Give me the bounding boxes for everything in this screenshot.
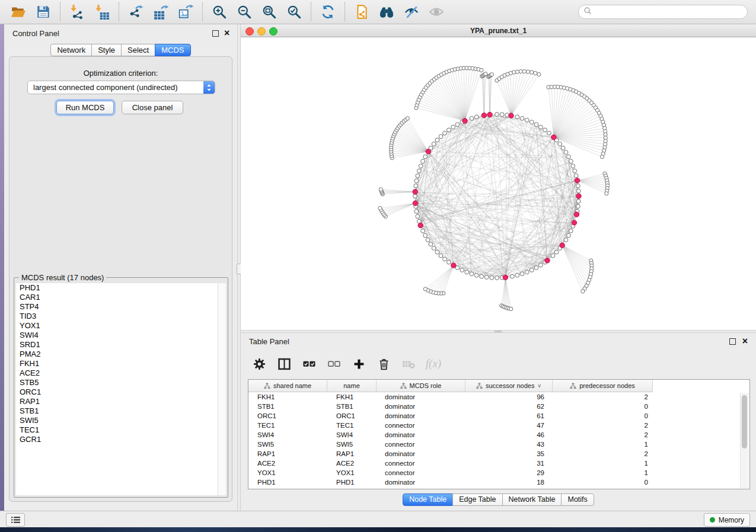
column-header-MCDS-role[interactable]: MCDS role bbox=[377, 380, 465, 392]
network-node[interactable] bbox=[554, 250, 559, 254]
close-panel-icon[interactable]: × bbox=[742, 338, 748, 345]
tab-mcds[interactable]: MCDS bbox=[155, 44, 190, 56]
network-node[interactable] bbox=[495, 276, 499, 280]
network-node[interactable] bbox=[447, 128, 451, 132]
list-item[interactable]: YOX1 bbox=[16, 321, 218, 331]
network-node[interactable] bbox=[500, 113, 504, 117]
network-node[interactable] bbox=[573, 169, 577, 173]
network-node[interactable] bbox=[547, 131, 551, 135]
list-item[interactable]: RAP1 bbox=[16, 397, 218, 406]
network-node[interactable] bbox=[443, 257, 447, 261]
run-mcds-button[interactable]: Run MCDS bbox=[56, 101, 114, 114]
hide-details-icon[interactable] bbox=[401, 2, 422, 21]
network-canvas[interactable] bbox=[241, 37, 756, 330]
network-node[interactable] bbox=[480, 274, 484, 278]
network-node[interactable] bbox=[539, 125, 543, 129]
network-node[interactable] bbox=[561, 146, 565, 150]
table-row[interactable]: SWI4SWI4dominator462 bbox=[248, 430, 749, 440]
memory-button[interactable]: Memory bbox=[704, 513, 750, 527]
close-panel-icon[interactable]: × bbox=[224, 30, 229, 37]
network-node[interactable] bbox=[465, 270, 469, 274]
export-table-icon[interactable] bbox=[151, 2, 171, 21]
network-node[interactable] bbox=[567, 155, 571, 159]
zoom-in-icon[interactable] bbox=[209, 2, 229, 21]
network-node[interactable] bbox=[378, 206, 382, 210]
import-table-icon[interactable] bbox=[92, 2, 112, 21]
columns-icon[interactable] bbox=[272, 353, 296, 374]
scrollbar-thumb[interactable] bbox=[742, 395, 747, 448]
network-node[interactable] bbox=[503, 275, 508, 280]
network-node[interactable] bbox=[569, 159, 573, 164]
network-node[interactable] bbox=[487, 112, 492, 117]
network-node[interactable] bbox=[455, 123, 460, 127]
import-network-icon[interactable] bbox=[67, 2, 87, 21]
network-node[interactable] bbox=[421, 159, 425, 164]
list-item[interactable]: FKH1 bbox=[16, 359, 218, 368]
network-node[interactable] bbox=[576, 204, 580, 209]
network-node[interactable] bbox=[545, 258, 550, 263]
list-item[interactable]: SWI5 bbox=[16, 416, 218, 425]
table-row[interactable]: RAP1RAP1dominator352 bbox=[248, 449, 749, 459]
network-node[interactable] bbox=[537, 72, 541, 76]
network-node[interactable] bbox=[576, 189, 580, 193]
table-scrollbar[interactable] bbox=[740, 393, 749, 488]
network-node[interactable] bbox=[406, 117, 409, 120]
splitter-grip-icon[interactable] bbox=[495, 331, 502, 332]
list-item[interactable]: CAR1 bbox=[16, 293, 218, 302]
network-from-file-icon[interactable] bbox=[352, 2, 372, 21]
network-node[interactable] bbox=[571, 164, 575, 168]
binoculars-icon[interactable] bbox=[377, 2, 397, 21]
network-node[interactable] bbox=[575, 178, 579, 183]
network-node[interactable] bbox=[516, 70, 519, 73]
tab-select[interactable]: Select bbox=[121, 44, 155, 56]
network-node[interactable] bbox=[421, 229, 425, 233]
network-node[interactable] bbox=[470, 116, 474, 120]
network-node[interactable] bbox=[435, 250, 439, 254]
network-node[interactable] bbox=[490, 275, 494, 280]
close-panel-button[interactable]: Close panel bbox=[122, 101, 183, 114]
open-folder-icon[interactable] bbox=[8, 2, 28, 21]
network-node[interactable] bbox=[520, 116, 524, 120]
list-item[interactable]: STB1 bbox=[16, 406, 218, 416]
table-row[interactable]: YOX1YOX1connector291 bbox=[248, 468, 749, 477]
network-node[interactable] bbox=[414, 210, 419, 214]
network-node[interactable] bbox=[526, 70, 529, 73]
network-node[interactable] bbox=[426, 238, 430, 242]
list-item[interactable]: GCR1 bbox=[16, 435, 218, 444]
select-all-icon[interactable] bbox=[296, 353, 321, 374]
network-node[interactable] bbox=[534, 123, 538, 127]
network-node[interactable] bbox=[534, 71, 537, 75]
network-node[interactable] bbox=[474, 115, 479, 119]
network-node[interactable] bbox=[419, 164, 423, 168]
network-node[interactable] bbox=[460, 268, 464, 273]
network-node[interactable] bbox=[534, 266, 538, 270]
network-node[interactable] bbox=[462, 118, 467, 123]
network-node[interactable] bbox=[429, 242, 433, 246]
network-node[interactable] bbox=[423, 287, 427, 291]
network-node[interactable] bbox=[439, 254, 443, 258]
tab-style[interactable]: Style bbox=[91, 44, 122, 56]
table-row[interactable]: FKH1FKH1dominator962 bbox=[248, 392, 749, 402]
network-node[interactable] bbox=[432, 142, 436, 146]
export-image-icon[interactable] bbox=[176, 2, 196, 21]
float-panel-icon[interactable] bbox=[212, 30, 219, 37]
list-item[interactable]: STP4 bbox=[16, 302, 218, 312]
network-node[interactable] bbox=[414, 184, 418, 188]
network-node[interactable] bbox=[509, 113, 513, 118]
network-node[interactable] bbox=[564, 150, 568, 155]
network-node[interactable] bbox=[529, 268, 534, 273]
list-item[interactable]: PMA2 bbox=[16, 350, 218, 359]
network-node[interactable] bbox=[484, 72, 487, 76]
export-network-icon[interactable] bbox=[126, 2, 146, 21]
plus-icon[interactable] bbox=[346, 353, 371, 374]
automation-panel-button[interactable] bbox=[6, 513, 25, 527]
list-item[interactable]: STB5 bbox=[16, 378, 218, 387]
network-node[interactable] bbox=[470, 272, 474, 276]
tab-edge-table[interactable]: Edge Table bbox=[452, 493, 502, 506]
network-node[interactable] bbox=[413, 201, 417, 206]
network-node[interactable] bbox=[605, 192, 608, 196]
tab-motifs[interactable]: Motifs bbox=[561, 493, 594, 506]
network-node[interactable] bbox=[439, 134, 443, 139]
network-node[interactable] bbox=[558, 142, 562, 146]
list-item[interactable]: TID3 bbox=[16, 312, 218, 321]
